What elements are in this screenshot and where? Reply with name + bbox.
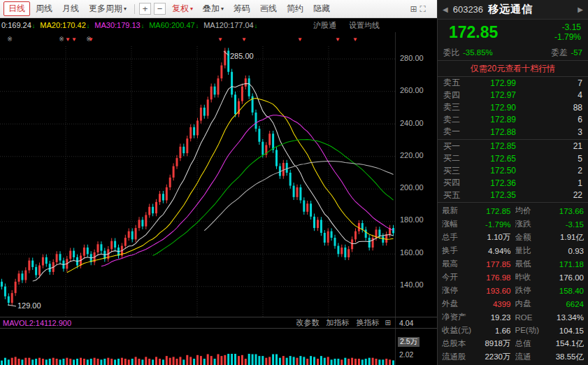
level2-promo-link[interactable]: 仅需20元查看十档行情 (438, 60, 588, 77)
grid (0, 46, 395, 317)
ask-qty: 88 (516, 103, 582, 113)
chart-toolbar: 日线周线月线更多周期▾ +− 复权▾叠加▾筹码画线简约隐藏 ⊞⛶ (0, 0, 437, 18)
volume-axis-low: 2.02 (399, 350, 413, 359)
chip-distribution-button[interactable]: 筹码 (229, 1, 254, 16)
bid-row: 买二172.655 (438, 152, 588, 165)
stat-value: 6624 (566, 300, 584, 308)
stat-label: 昨收 (515, 272, 531, 282)
stat-value: -3.15 (566, 220, 584, 229)
stat-value: 1.10万 (487, 232, 511, 243)
stat-cell: 金额1.91亿 (515, 231, 585, 244)
add-indicator-link[interactable]: 加指标 (327, 317, 350, 328)
weicha-value: -57 (571, 48, 582, 57)
volume-pane[interactable]: 2.5万 2.02 (0, 329, 437, 365)
stat-cell: 最新172.85 (442, 204, 511, 217)
indicator-grid-icon[interactable]: ⊞ (385, 319, 391, 327)
svg-text:▼: ▼ (352, 36, 358, 43)
bid-price[interactable]: 172.50 (473, 166, 516, 176)
stat-label: PE(动) (515, 325, 540, 336)
candlestick-svg[interactable]: ※※※▼▼▼▼▼▼▼▼285.00129.00 (0, 32, 395, 317)
stat-value: 171.18 (559, 260, 584, 269)
next-stock-arrow-icon[interactable]: ▶ (576, 6, 585, 13)
stat-cell: 总手1.10万 (442, 231, 511, 244)
stat-label: 收益(元) (442, 325, 471, 336)
price-axis-label: 260.00 (400, 86, 424, 94)
stat-label: 涨幅 (442, 219, 458, 229)
bid-price[interactable]: 172.65 (473, 154, 516, 164)
price-axis-label: 220.00 (400, 151, 424, 159)
change-params-link[interactable]: 改参数 (296, 317, 320, 328)
tab-daily[interactable]: 日线 (3, 1, 30, 16)
indicator-bar: MAVOL2:14112.900 改参数加指标换指标 ⊞ 4.04 (0, 317, 437, 329)
stat-cell: PE(动)104.15 (515, 324, 585, 337)
price-axis-label: 200.00 (400, 183, 424, 192)
tab-more-periods[interactable]: 更多周期▾ (85, 1, 131, 16)
stat-label: 内盘 (515, 299, 531, 309)
zoom-in-button[interactable]: + (139, 3, 151, 15)
bid-price[interactable]: 172.85 (473, 141, 516, 151)
bid-qty: 1 (516, 178, 582, 188)
bid-price[interactable]: 172.35 (473, 190, 516, 200)
ask-price[interactable]: 172.89 (473, 115, 516, 124)
down-arrow-icon: ↓ (32, 22, 36, 29)
fullscreen-icon[interactable]: ⛶ (420, 4, 426, 14)
ma-legend-item: MA30:179.13↓ (94, 21, 144, 29)
bid-price[interactable]: 172.36 (473, 178, 516, 188)
shanghai-connect-link[interactable]: 沪股通 (313, 20, 336, 31)
chevron-down-icon: ▾ (190, 6, 193, 12)
adjust-mode-button[interactable]: 复权▾ (168, 1, 197, 16)
svg-text:※: ※ (59, 36, 64, 43)
ask-label: 卖五 (443, 77, 473, 89)
ask-price[interactable]: 172.88 (473, 127, 516, 137)
switch-indicator-link[interactable]: 换指标 (357, 317, 380, 328)
stats-divider (438, 202, 588, 203)
simple-mode-button[interactable]: 简约 (282, 1, 308, 16)
indicator-links: 改参数加指标换指标 (296, 317, 380, 328)
stat-value: -1.79% (485, 220, 510, 229)
price-axis-label: 140.00 (400, 280, 424, 289)
svg-text:▼: ▼ (65, 36, 71, 43)
bid-row: 买一172.8521 (438, 141, 588, 153)
panel-toggle-icon[interactable]: ⊞ (410, 4, 417, 14)
svg-text:▼: ▼ (88, 36, 94, 43)
draw-line-button[interactable]: 画线 (256, 1, 281, 16)
volume-svg (0, 329, 395, 365)
bid-label: 买二 (443, 152, 473, 164)
stat-label: 量比 (515, 245, 531, 256)
zoom-buttons: +− (138, 3, 167, 15)
candlestick-chart[interactable]: ※※※▼▼▼▼▼▼▼▼285.00129.00 280.00260.00240.… (0, 32, 437, 317)
weibi-value: -35.85% (463, 48, 493, 57)
stat-cell: 最低171.18 (515, 257, 585, 271)
stat-cell: 流通38.55亿 (515, 350, 585, 364)
ma-legend-item: MA60:200.47↓ (149, 21, 199, 29)
ask-price[interactable]: 172.97 (473, 90, 516, 100)
stat-label: 流通 (515, 352, 531, 362)
ask-price[interactable]: 172.90 (473, 103, 516, 113)
stat-label: 最新 (442, 206, 458, 216)
stat-label: 金额 (515, 232, 531, 243)
stat-value: 176.00 (559, 273, 584, 282)
stat-label: 均价 (515, 206, 531, 216)
stat-cell: 均价173.66 (515, 204, 585, 217)
chart-section: 日线周线月线更多周期▾ +− 复权▾叠加▾筹码画线简约隐藏 ⊞⛶ 0:169.2… (0, 0, 437, 365)
tab-weekly[interactable]: 周线 (31, 1, 57, 16)
ma-legend-item: 0:169.24↓ (1, 21, 35, 29)
stat-value: 176.98 (486, 273, 510, 282)
bid-row: 买四172.361 (438, 177, 588, 189)
tab-monthly[interactable]: 月线 (58, 1, 83, 16)
stat-value: 19.23 (491, 313, 511, 322)
ask-row: 卖三172.9088 (438, 101, 588, 114)
stat-cell: 总股本8918万 (442, 337, 511, 350)
zoom-out-button[interactable]: − (154, 3, 166, 15)
ask-qty: 3 (516, 127, 582, 137)
svg-text:▼: ▼ (71, 36, 77, 43)
stat-label: 总值 (515, 338, 531, 349)
hide-button[interactable]: 隐藏 (309, 1, 334, 16)
ma-settings-link[interactable]: 设置均线 (349, 20, 380, 31)
stat-cell: 今开176.98 (442, 271, 511, 284)
bid-label: 买三 (443, 165, 473, 177)
bid-label: 买五 (443, 189, 473, 201)
ask-price[interactable]: 172.99 (473, 78, 516, 88)
prev-stock-arrow-icon[interactable]: ◀ (441, 6, 450, 13)
overlay-button[interactable]: 叠加▾ (199, 1, 228, 16)
